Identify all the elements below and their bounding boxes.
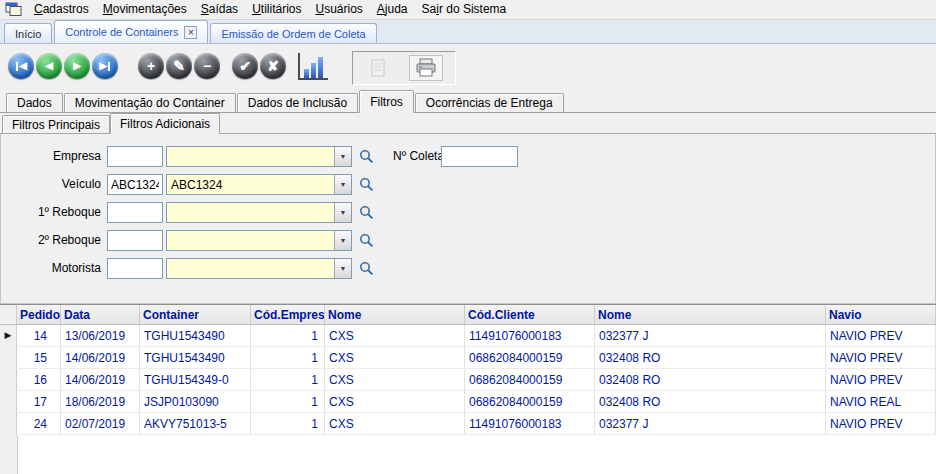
empresa-code-input[interactable]: [107, 146, 163, 167]
nav-prior-button[interactable]: ◀: [36, 53, 62, 79]
cell-cod-empresa: 1: [251, 369, 325, 390]
n-coleta-input[interactable]: [441, 146, 518, 167]
cell-pedido: 15: [17, 347, 61, 368]
cell-nome2: 032377 J: [595, 413, 826, 434]
cell-cod-cliente: 06862084000159: [465, 369, 595, 390]
grid-row[interactable]: 24 02/07/2019 AKVY751013-5 1 CXS 1149107…: [0, 413, 936, 435]
cell-nome: CXS: [325, 413, 465, 434]
motorista-code-input[interactable]: [107, 258, 163, 279]
toolbar: ◀ ◀ ▶ ▶ + ✎ − ✔ ✘: [0, 45, 936, 90]
cell-cod-cliente: 11491076000183: [465, 325, 595, 346]
cell-cod-empresa: 1: [251, 347, 325, 368]
cell-nome: CXS: [325, 347, 465, 368]
search-icon[interactable]: [359, 261, 374, 276]
n-coleta-label: Nº Coleta: [393, 149, 444, 163]
cell-navio: NAVIO PREV: [826, 413, 936, 434]
grid-row[interactable]: 17 18/06/2019 JSJP0103090 1 CXS 06862084…: [0, 391, 936, 413]
grid-row[interactable]: 16 14/06/2019 TGHU154349-0 1 CXS 0686208…: [0, 369, 936, 391]
cell-cod-empresa: 1: [251, 391, 325, 412]
filter-row-veiculo: Veículo ABC1324 ▼: [1, 174, 935, 195]
last-bar: [108, 62, 110, 71]
nav-next-button[interactable]: ▶: [64, 53, 90, 79]
filter-row-reboque2: 2º Reboque ▼: [1, 230, 935, 251]
cell-nome2: 032408 RO: [595, 369, 826, 390]
cell-nome2: 032408 RO: [595, 347, 826, 368]
nav-last-button[interactable]: ▶: [92, 53, 118, 79]
empresa-label: Empresa: [1, 149, 101, 163]
cancel-button[interactable]: ✘: [260, 53, 286, 79]
menu-sair-do-sistema[interactable]: Sair do Sistema: [415, 0, 514, 19]
chevron-down-icon[interactable]: ▼: [334, 259, 351, 278]
menu-utilitarios[interactable]: Utilitários: [245, 0, 308, 19]
tab-inicio[interactable]: Início: [4, 23, 52, 43]
column-header-cod-empresa: Cód.Empresa: [251, 305, 325, 324]
tab-filtros-adicionais[interactable]: Filtros Adicionais: [110, 113, 220, 134]
insert-button[interactable]: +: [138, 53, 164, 79]
search-icon[interactable]: [359, 149, 374, 164]
column-header-nome2: Nome: [595, 305, 826, 324]
tab-dados[interactable]: Dados: [6, 93, 63, 112]
tab-ocorrencias-de-entrega[interactable]: Ocorrências de Entrega: [415, 93, 564, 112]
search-icon[interactable]: [359, 233, 374, 248]
veiculo-select[interactable]: ABC1324 ▼: [166, 174, 352, 195]
edit-button[interactable]: ✎: [166, 53, 192, 79]
results-grid: Pedido Data Container Cód.Empresa Nome C…: [0, 304, 936, 474]
close-icon[interactable]: ×: [184, 26, 197, 39]
chevron-down-icon[interactable]: ▼: [334, 175, 351, 194]
confirm-button[interactable]: ✔: [232, 53, 258, 79]
cell-data: 02/07/2019: [61, 413, 140, 434]
cell-nome: CXS: [325, 391, 465, 412]
cell-data: 13/06/2019: [61, 325, 140, 346]
chart-button[interactable]: [298, 53, 328, 80]
motorista-label: Motorista: [1, 261, 101, 275]
nav-first-button[interactable]: ◀: [8, 53, 34, 79]
cell-container: TGHU1543490: [140, 325, 251, 346]
cell-pedido: 24: [17, 413, 61, 434]
search-icon[interactable]: [359, 205, 374, 220]
cell-container: AKVY751013-5: [140, 413, 251, 434]
chevron-down-icon[interactable]: ▼: [334, 203, 351, 222]
cell-cod-empresa: 1: [251, 413, 325, 434]
empresa-select[interactable]: ▼: [166, 146, 352, 167]
reboque2-select[interactable]: ▼: [166, 230, 352, 251]
chart-bar: [311, 63, 316, 78]
filter-row-empresa: Empresa ▼ Nº Coleta: [1, 146, 935, 167]
veiculo-code-input[interactable]: [107, 174, 163, 195]
report-button[interactable]: [361, 55, 395, 81]
tab-emissao-de-ordem-de-coleta[interactable]: Emissão de Ordem de Coleta: [210, 23, 376, 43]
chart-bar: [304, 69, 309, 78]
cell-navio: NAVIO PREV: [826, 347, 936, 368]
cell-container: JSJP0103090: [140, 391, 251, 412]
chart-bar: [318, 57, 323, 78]
cell-nome2: 032377 J: [595, 325, 826, 346]
reboque1-code-input[interactable]: [107, 202, 163, 223]
tab-filtros-principais[interactable]: Filtros Principais: [2, 115, 110, 133]
menu-movimentacoes[interactable]: Movimentações: [96, 0, 194, 19]
reboque2-code-input[interactable]: [107, 230, 163, 251]
reboque1-select[interactable]: ▼: [166, 202, 352, 223]
window-tab-bar: Início Controle de Containers × Emissão …: [0, 20, 936, 44]
filter-row-motorista: Motorista ▼: [1, 258, 935, 279]
row-gutter: ▶: [0, 325, 17, 346]
search-icon[interactable]: [359, 177, 374, 192]
tab-movimentacao-do-container[interactable]: Movimentação do Container: [64, 93, 236, 112]
page-tab-bar: Dados Movimentação do Container Dados de…: [0, 90, 936, 113]
delete-button[interactable]: −: [194, 53, 220, 79]
motorista-select[interactable]: ▼: [166, 258, 352, 279]
menu-usuarios[interactable]: Usuários: [308, 0, 369, 19]
grid-row[interactable]: 15 14/06/2019 TGHU1543490 1 CXS 06862084…: [0, 347, 936, 369]
cell-nome: CXS: [325, 369, 465, 390]
chevron-down-icon[interactable]: ▼: [334, 147, 351, 166]
print-button[interactable]: [409, 55, 443, 81]
cell-container: TGHU1543490: [140, 347, 251, 368]
filter-row-reboque1: 1º Reboque ▼: [1, 202, 935, 223]
tab-filtros[interactable]: Filtros: [359, 90, 414, 113]
menu-ajuda[interactable]: Ajuda: [370, 0, 415, 19]
cell-container: TGHU154349-0: [140, 369, 251, 390]
grid-row[interactable]: ▶ 14 13/06/2019 TGHU1543490 1 CXS 114910…: [0, 325, 936, 347]
menu-cadastros[interactable]: Cadastros: [27, 0, 96, 19]
menu-saidas[interactable]: Saídas: [194, 0, 245, 19]
tab-dados-de-inclusao[interactable]: Dados de Inclusão: [237, 93, 358, 112]
tab-controle-de-containers[interactable]: Controle de Containers ×: [54, 20, 208, 43]
chevron-down-icon[interactable]: ▼: [334, 231, 351, 250]
